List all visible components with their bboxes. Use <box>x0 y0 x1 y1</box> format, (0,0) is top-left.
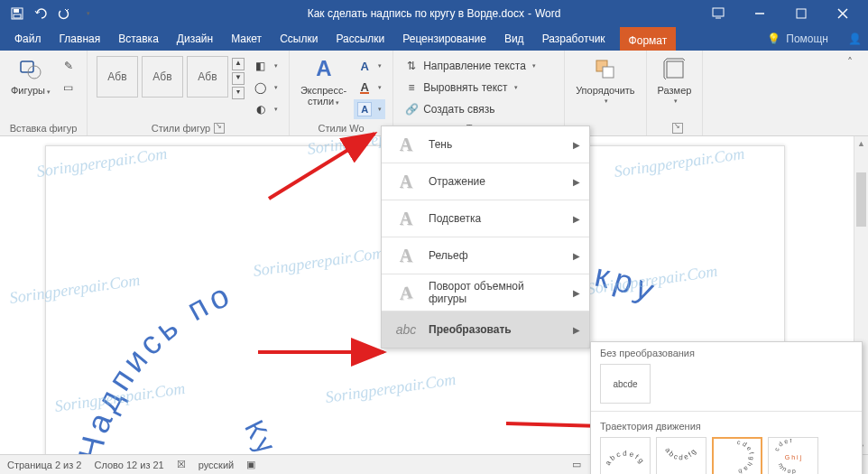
gallery-scroll-down-icon[interactable]: ▼ <box>232 72 245 85</box>
transform-submenu: Без преобразования abcde Траектория движ… <box>590 341 863 474</box>
menu-transform[interactable]: abc Преобразовать ▶ <box>382 311 589 348</box>
shapes-button[interactable]: Фигуры <box>7 54 54 98</box>
text-outline-button[interactable]: A <box>354 78 385 98</box>
svg-text:A: A <box>316 56 331 80</box>
menu-bevel[interactable]: A Рельеф ▶ <box>382 237 589 274</box>
chevron-right-icon: ▶ <box>573 140 580 150</box>
undo-icon[interactable] <box>32 5 49 22</box>
gallery-more-icon[interactable]: ▾ <box>232 87 245 99</box>
quick-styles-button[interactable]: A Экспресс- стили <box>297 54 350 108</box>
shape-effects-button[interactable]: ◐ <box>250 99 282 119</box>
menu-shadow[interactable]: A Тень ▶ <box>382 126 589 163</box>
chevron-right-icon: ▶ <box>573 214 580 224</box>
arc-left-text: Надпись по <box>70 274 238 454</box>
ribbon-options-icon[interactable] <box>698 0 738 27</box>
close-icon[interactable] <box>823 0 863 27</box>
edit-shape-button[interactable]: ✎ <box>58 56 79 76</box>
path-circle-thumb[interactable]: c d e f g h a b <box>712 437 762 474</box>
shape-fill-button[interactable]: ◧ <box>250 56 282 76</box>
redo-icon[interactable] <box>56 5 72 22</box>
svg-text:c d e f g h a b: c d e f g h a b <box>737 439 755 474</box>
page-indicator[interactable]: Страница 2 из 2 <box>7 460 81 470</box>
path-button-thumb[interactable]: c d e fm n o pG h i j <box>768 437 818 474</box>
macro-icon[interactable]: ▣ <box>246 459 255 470</box>
tab-file[interactable]: Файл <box>5 27 51 51</box>
follow-path-header: Траектория движения <box>591 415 862 433</box>
submenu-separator <box>591 411 862 412</box>
share-icon[interactable]: 👤 <box>841 27 868 51</box>
tab-view[interactable]: Вид <box>495 27 533 51</box>
link-icon: 🔗 <box>404 102 419 116</box>
shape-outline-icon: ◯ <box>254 80 268 95</box>
size-launcher[interactable] <box>672 123 683 134</box>
group-label-insert-shapes: Вставка фигур <box>7 121 79 135</box>
menu-reflection[interactable]: A Отражение ▶ <box>382 163 589 200</box>
text-direction-icon: ⇅ <box>404 59 419 73</box>
svg-rect-3 <box>713 8 724 16</box>
qat-more-icon[interactable] <box>79 5 96 22</box>
scroll-thumb[interactable] <box>856 172 866 227</box>
text-fill-button[interactable]: A <box>354 56 385 76</box>
path-arch-up-thumb[interactable]: a b c d e f g <box>600 437 651 474</box>
shape-styles-launcher[interactable] <box>214 123 225 134</box>
shape-style-gallery[interactable]: Абв Абв Абв ▲ ▼ ▾ <box>95 54 246 101</box>
maximize-icon[interactable] <box>781 0 821 27</box>
ribbon-tabs: Файл Главная Вставка Дизайн Макет Ссылки… <box>0 27 868 51</box>
spellcheck-icon[interactable]: ☒ <box>177 459 186 470</box>
no-transform-header: Без преобразования <box>591 342 862 360</box>
tab-insert[interactable]: Вставка <box>109 27 168 51</box>
menu-reflection-label: Отражение <box>429 175 562 188</box>
draw-textbox-button[interactable]: ▭ <box>58 78 79 98</box>
group-label-shape-styles: Стили фигур <box>152 123 210 134</box>
save-icon[interactable] <box>9 5 25 22</box>
create-link-button[interactable]: 🔗Создать связь <box>401 99 557 119</box>
word-count[interactable]: Слово 12 из 21 <box>94 460 163 470</box>
menu-glow[interactable]: A Подсветка ▶ <box>382 200 589 237</box>
collapse-ribbon-icon[interactable]: ˄ <box>841 56 859 70</box>
shape-style-1[interactable]: Абв <box>97 56 138 98</box>
arrange-button[interactable]: Упорядочить <box>572 54 638 107</box>
tab-format[interactable]: Формат <box>620 27 677 51</box>
tab-references[interactable]: Ссылки <box>271 27 327 51</box>
scroll-up-icon[interactable]: ▲ <box>854 136 868 151</box>
align-text-button[interactable]: ≡Выровнять текст <box>401 78 557 98</box>
text-direction-button[interactable]: ⇅Направление текста <box>401 56 557 76</box>
shadow-icon: A <box>394 133 418 156</box>
shape-outline-button[interactable]: ◯ <box>250 78 282 98</box>
chevron-right-icon: ▶ <box>573 325 580 335</box>
size-button[interactable]: Размер <box>654 54 696 107</box>
tab-review[interactable]: Рецензирование <box>393 27 495 51</box>
no-transform-thumb[interactable]: abcde <box>600 364 651 404</box>
text-effects-button[interactable]: A <box>354 99 385 119</box>
shape-style-2[interactable]: Абв <box>142 56 183 98</box>
bevel-icon: A <box>394 244 418 267</box>
create-link-label: Создать связь <box>423 103 494 116</box>
tab-developer[interactable]: Разработчик <box>533 27 614 51</box>
gallery-scroll-up-icon[interactable]: ▲ <box>232 58 245 70</box>
read-mode-icon[interactable]: ▭ <box>567 457 586 473</box>
document-title: Как сделать надпись по кругу в Ворде.doc… <box>308 7 561 20</box>
quick-styles-label: Экспресс- стили <box>300 85 346 107</box>
chevron-right-icon: ▶ <box>573 288 580 298</box>
menu-shadow-label: Тень <box>429 138 562 151</box>
help-placeholder: Помощн <box>786 33 828 45</box>
wordart-arc-bottom: Ку <box>226 408 497 454</box>
menu-3d-rotation[interactable]: A Поворот объемной фигуры ▶ <box>382 274 589 311</box>
app-name: Word <box>535 7 560 20</box>
text-fill-icon: A <box>357 59 372 73</box>
rotation-3d-icon: A <box>394 281 418 304</box>
chevron-right-icon: ▶ <box>573 177 580 187</box>
tab-mailings[interactable]: Рассылки <box>327 27 393 51</box>
shape-style-3[interactable]: Абв <box>187 56 228 98</box>
tell-me-input[interactable]: 💡 Помощн <box>767 27 841 51</box>
path-arch-down-thumb[interactable]: a b c d e f g <box>656 437 706 474</box>
group-insert-shapes: Фигуры ✎ ▭ Вставка фигур <box>0 51 88 135</box>
tab-layout[interactable]: Макет <box>222 27 271 51</box>
menu-3d-rotation-label: Поворот объемной фигуры <box>429 280 562 305</box>
tab-design[interactable]: Дизайн <box>168 27 222 51</box>
shape-fill-icon: ◧ <box>254 59 268 73</box>
minimize-icon[interactable] <box>740 0 780 27</box>
align-text-icon: ≡ <box>404 80 419 95</box>
tab-home[interactable]: Главная <box>51 27 110 51</box>
language-indicator[interactable]: русский <box>199 460 234 470</box>
